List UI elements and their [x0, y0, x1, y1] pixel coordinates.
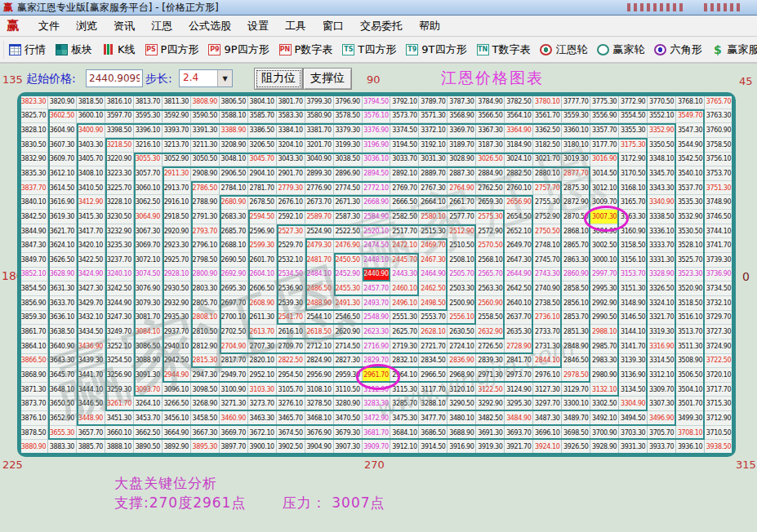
grid-cell[interactable]: 3775.30 [590, 95, 619, 109]
grid-cell[interactable]: 3818.50 [77, 95, 105, 109]
grid-cell[interactable]: 3914.50 [419, 440, 448, 454]
grid-cell[interactable]: 3520.90 [676, 282, 705, 296]
grid-cell[interactable]: 3708.10 [676, 426, 705, 441]
grid-cell[interactable]: 3511.30 [676, 339, 705, 354]
grid-cell[interactable]: 3266.50 [163, 397, 191, 411]
grid-cell[interactable]: 2582.50 [390, 210, 419, 224]
grid-cell[interactable]: 3441.70 [77, 368, 105, 383]
grid-cell[interactable]: 3105.70 [277, 383, 305, 397]
grid-cell[interactable]: 3223.30 [105, 166, 134, 181]
grid-cell[interactable]: 3650.50 [48, 397, 77, 411]
step-select[interactable]: 2.4 ▼ [179, 69, 233, 87]
grid-cell[interactable]: 3933.70 [648, 440, 676, 454]
grid-cell[interactable]: 3859.30 [20, 311, 48, 326]
grid-cell[interactable]: 3124.90 [505, 383, 533, 397]
grid-cell[interactable]: 3110.50 [334, 383, 363, 397]
grid-cell[interactable]: 3667.30 [191, 426, 220, 441]
grid-cell[interactable]: 3657.70 [77, 426, 105, 441]
grid-cell[interactable]: 3849.70 [20, 253, 48, 268]
grid-cell[interactable]: 3811.30 [163, 95, 191, 109]
grid-cell[interactable]: 2481.70 [305, 253, 334, 268]
grid-cell[interactable]: 3160.90 [619, 224, 648, 239]
grid-cell[interactable]: 2668.90 [363, 195, 391, 210]
grid-cell[interactable]: 3350.50 [648, 138, 676, 153]
grid-cell[interactable]: 3194.50 [390, 138, 419, 153]
grid-cell[interactable]: 3624.10 [48, 238, 77, 253]
grid-cell[interactable]: 3141.70 [619, 339, 648, 354]
grid-cell[interactable]: 2899.30 [305, 166, 334, 181]
grid-cell[interactable]: 3456.10 [163, 411, 191, 426]
grid-cell[interactable]: 2786.50 [191, 181, 220, 196]
grid-cell[interactable]: 3578.50 [334, 109, 363, 124]
grid-cell[interactable]: 3304.90 [619, 397, 648, 411]
grid-cell[interactable]: 3705.70 [648, 426, 676, 441]
grid-cell[interactable]: 3026.50 [476, 153, 505, 167]
grid-cell[interactable]: 3643.30 [48, 354, 77, 369]
grid-cell[interactable]: 3055.30 [134, 153, 163, 167]
grid-cell[interactable]: 3674.50 [277, 426, 305, 441]
grid-cell[interactable]: 3732.10 [705, 296, 733, 311]
grid-cell[interactable]: 3662.50 [134, 426, 163, 441]
grid-cell[interactable]: 3472.90 [363, 411, 391, 426]
grid-cell[interactable]: 3290.50 [448, 397, 476, 411]
grid-cell[interactable]: 2896.90 [334, 166, 363, 181]
grid-cell[interactable]: 3580.90 [305, 109, 334, 124]
grid-cell[interactable]: 2992.90 [590, 296, 619, 311]
grid-cell[interactable]: 3465.70 [277, 411, 305, 426]
grid-cell[interactable]: 3590.50 [191, 109, 220, 124]
grid-cell[interactable]: 3616.90 [48, 195, 77, 210]
grid-cell[interactable]: 2563.30 [476, 282, 505, 296]
grid-cell[interactable]: 3566.50 [476, 109, 505, 124]
grid-cell[interactable]: 2894.50 [363, 166, 391, 181]
grid-cell[interactable]: 3482.50 [476, 411, 505, 426]
grid-cell[interactable]: 2851.30 [562, 325, 590, 339]
grid-cell[interactable]: 3900.10 [248, 440, 277, 454]
grid-cell[interactable]: 2764.90 [448, 181, 476, 196]
grid-cell[interactable]: 3688.90 [448, 426, 476, 441]
grid-cell[interactable]: 2498.50 [419, 296, 448, 311]
grid-cell[interactable]: 3134.50 [619, 383, 648, 397]
grid-cell[interactable]: 3417.70 [77, 224, 105, 239]
grid-cell[interactable]: 2642.50 [505, 282, 533, 296]
grid-cell[interactable]: 3410.50 [77, 181, 105, 196]
grid-cell[interactable]: 3144.10 [619, 325, 648, 339]
grid-cell[interactable]: 3316.90 [648, 339, 676, 354]
grid-cell[interactable]: 3045.70 [248, 153, 277, 167]
grid-cell[interactable]: 2450.50 [334, 253, 363, 268]
grid-cell[interactable]: 2779.30 [277, 181, 305, 196]
grid-cell[interactable]: 3084.10 [134, 325, 163, 339]
grid-cell[interactable]: 3009.70 [590, 195, 619, 210]
grid-cell[interactable]: 2726.50 [476, 339, 505, 354]
grid-cell[interactable]: 2704.90 [220, 339, 248, 354]
toolbar-button-9P四方形[interactable]: P99P四方形 [203, 41, 274, 59]
grid-cell[interactable]: 3048.10 [220, 153, 248, 167]
grid-cell[interactable]: 3381.70 [305, 123, 334, 138]
grid-cell[interactable]: 3415.30 [77, 210, 105, 224]
grid-cell[interactable]: 3583.30 [277, 109, 305, 124]
grid-cell[interactable]: 3756.10 [705, 153, 733, 167]
grid-cell[interactable]: 3744.10 [705, 224, 733, 239]
grid-cell[interactable]: 3076.90 [134, 282, 163, 296]
grid-cell[interactable]: 3852.10 [20, 268, 48, 282]
grid-cell[interactable]: 3391.30 [191, 123, 220, 138]
menu-item-5[interactable]: 设置 [239, 18, 277, 33]
grid-cell[interactable]: 3492.10 [590, 411, 619, 426]
grid-cell[interactable]: 2964.10 [390, 368, 419, 383]
grid-cell[interactable]: 3924.10 [533, 440, 562, 454]
grid-cell[interactable]: 2676.10 [277, 195, 305, 210]
grid-cell[interactable]: 3789.70 [419, 95, 448, 109]
grid-cell[interactable]: 3919.30 [476, 440, 505, 454]
grid-cell[interactable]: 3040.90 [305, 153, 334, 167]
grid-cell[interactable]: 3535.30 [676, 195, 705, 210]
grid-cell[interactable]: 2796.10 [191, 238, 220, 253]
grid-cell[interactable]: 3844.90 [20, 224, 48, 239]
menu-item-1[interactable]: 浏览 [68, 18, 105, 33]
grid-cell[interactable]: 2580.10 [419, 210, 448, 224]
grid-cell[interactable]: 3158.50 [619, 238, 648, 253]
grid-cell[interactable]: 3444.10 [77, 383, 105, 397]
grid-cell[interactable]: 2767.30 [419, 181, 448, 196]
grid-cell[interactable]: 2911.30 [163, 166, 191, 181]
grid-cell[interactable]: 2841.70 [505, 354, 533, 369]
grid-cell[interactable]: 3904.90 [305, 440, 334, 454]
grid-cell[interactable]: 2589.70 [305, 210, 334, 224]
